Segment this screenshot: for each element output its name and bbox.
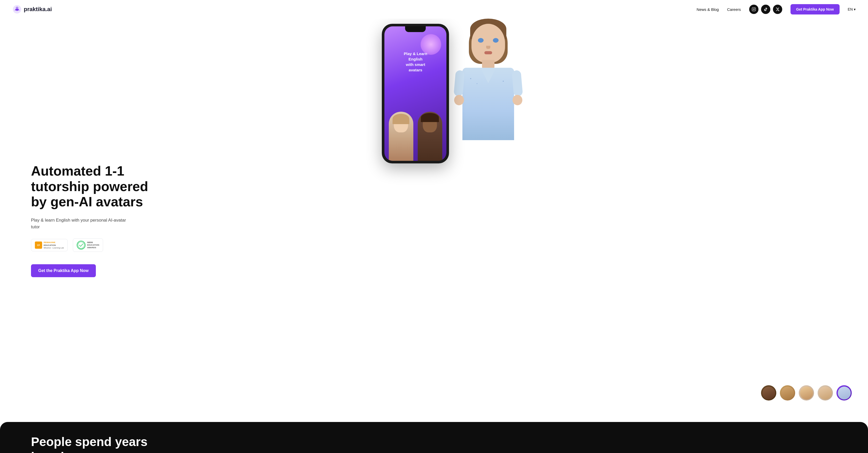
tiktok-svg xyxy=(764,7,768,11)
gess-text-1: GESS xyxy=(87,241,99,244)
avatar-circle-4[interactable] xyxy=(817,385,834,401)
gess-badge-icon xyxy=(77,241,86,250)
x-svg xyxy=(776,7,780,11)
avatar-circle-3[interactable] xyxy=(798,385,815,401)
chevron-down-icon: ▾ xyxy=(854,7,856,11)
navbar: praktika.ai News & Blog Careers xyxy=(0,0,868,19)
svg-point-4 xyxy=(754,8,755,9)
award-badges: QS REIMAGINE EDUCATION Wharton · Learnin… xyxy=(31,238,382,252)
svg-point-5 xyxy=(78,242,85,249)
tiktok-icon[interactable] xyxy=(761,5,770,14)
svg-point-3 xyxy=(753,8,754,10)
hero-get-app-button[interactable]: Get the Praktika App Now xyxy=(31,264,96,277)
phone-screen: Play & Learn English with smart avatars xyxy=(384,26,446,161)
logo-icon xyxy=(12,5,22,14)
gess-badge: GESS EDUCATION AWARDS xyxy=(73,238,103,252)
bottom-banner-title: People spend years learning English. Yet… xyxy=(31,434,186,453)
avatar-body xyxy=(441,19,539,181)
x-twitter-icon[interactable] xyxy=(773,5,782,14)
svg-rect-2 xyxy=(752,7,755,11)
bottom-banner: People spend years learning English. Yet… xyxy=(0,422,868,453)
gess-text-2: EDUCATION xyxy=(87,244,99,247)
language-label: EN xyxy=(848,7,853,11)
avatar-circle-5[interactable] xyxy=(836,385,852,401)
logo-text: praktika.ai xyxy=(24,6,52,13)
phone-outer: Play & Learn English with smart avatars xyxy=(382,24,449,163)
instagram-svg xyxy=(752,7,756,11)
instagram-icon[interactable] xyxy=(749,5,758,14)
qs-wharton-text: Wharton · Learning Lab xyxy=(44,247,64,249)
svg-point-1 xyxy=(16,8,18,11)
get-app-button[interactable]: Get Praktika App Now xyxy=(790,4,840,15)
avatar-circles-row xyxy=(760,385,852,401)
qs-education-text: EDUCATION xyxy=(44,244,64,247)
language-selector[interactable]: EN ▾ xyxy=(848,7,856,11)
hero-right: Play & Learn English with smart avatars xyxy=(382,19,868,422)
nav-socials xyxy=(749,5,782,14)
gess-svg xyxy=(78,242,85,249)
qs-badge-icon: QS xyxy=(35,242,42,249)
gess-text-3: AWARDS xyxy=(87,247,99,249)
nav-link-news-blog[interactable]: News & Blog xyxy=(697,7,719,11)
phone-mockup: Play & Learn English with smart avatars xyxy=(382,24,449,163)
avatar-circle-1[interactable] xyxy=(760,385,777,401)
qs-reimagine-text: REIMAGINE xyxy=(44,241,64,244)
qs-badge: QS REIMAGINE EDUCATION Wharton · Learnin… xyxy=(31,239,68,251)
avatar-hair-back xyxy=(468,19,509,86)
hero-cta: Get the Praktika App Now xyxy=(31,264,382,277)
phone-app-text: Play & Learn English with smart avatars xyxy=(404,51,427,73)
nav-right: News & Blog Careers Get Prakt xyxy=(697,4,856,15)
hero-left: Automated 1-1 tutorship powered by gen-A… xyxy=(0,19,382,422)
phone-avatar-2 xyxy=(418,112,442,161)
phone-avatar-1 xyxy=(389,112,413,161)
hero-section: Automated 1-1 tutorship powered by gen-A… xyxy=(0,19,868,422)
hero-title: Automated 1-1 tutorship powered by gen-A… xyxy=(31,163,160,210)
nav-link-careers[interactable]: Careers xyxy=(727,7,741,11)
hero-subtitle: Play & learn English with your personal … xyxy=(31,217,129,230)
avatar-circle-2[interactable] xyxy=(779,385,796,401)
logo-link[interactable]: praktika.ai xyxy=(12,5,52,14)
phone-notch xyxy=(405,26,426,32)
main-avatar xyxy=(441,19,539,181)
